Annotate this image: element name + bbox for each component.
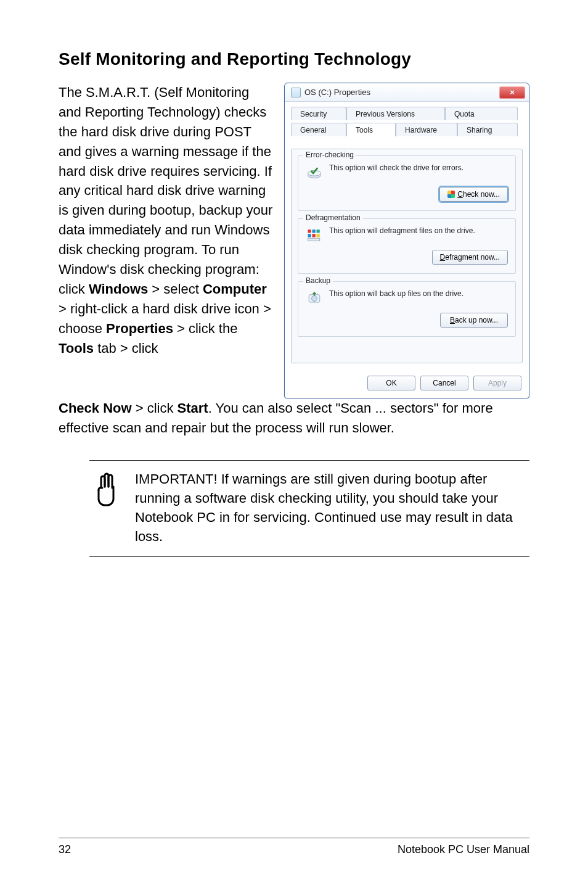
txt: > click xyxy=(132,400,178,416)
ok-button[interactable]: OK xyxy=(367,376,415,390)
check-disk-icon xyxy=(306,163,323,181)
btn-rest: efragment now... xyxy=(445,253,500,262)
body-paragraph: The S.M.A.R.T. (Self Monitoring and Repo… xyxy=(59,83,273,398)
svg-rect-7 xyxy=(317,234,320,237)
tab-hardware[interactable]: Hardware xyxy=(396,123,457,136)
cancel-button[interactable]: Cancel xyxy=(420,376,468,390)
body-intro: The S.M.A.R.T. (Self Monitoring and Repo… xyxy=(59,85,272,297)
section-heading: Self Monitoring and Reporting Technology xyxy=(59,49,529,69)
apply-button[interactable]: Apply xyxy=(473,376,521,390)
backup-icon xyxy=(306,289,323,307)
kw-checknow: Check Now xyxy=(59,400,132,416)
hand-icon xyxy=(89,469,121,547)
svg-rect-4 xyxy=(317,229,320,233)
btn-accel: B xyxy=(450,316,455,324)
shield-icon xyxy=(447,191,455,198)
tab-quota[interactable]: Quota xyxy=(445,107,518,120)
svg-rect-2 xyxy=(308,229,311,233)
close-icon: × xyxy=(510,88,515,97)
svg-rect-8 xyxy=(308,238,320,241)
btn-rest: ack up now... xyxy=(455,316,498,324)
defragment-now-button[interactable]: Defragment now... xyxy=(432,250,508,265)
svg-rect-3 xyxy=(312,229,316,233)
tab-sharing[interactable]: Sharing xyxy=(457,123,518,136)
svg-rect-5 xyxy=(308,234,311,237)
tab-security[interactable]: Security xyxy=(291,107,346,120)
tab-previous-versions[interactable]: Previous Versions xyxy=(346,107,445,120)
page-number: 32 xyxy=(59,843,71,856)
btn-accel: D xyxy=(440,253,446,262)
body-continuation: Check Now > click Start. You can also se… xyxy=(59,398,529,438)
legend-backup: Backup xyxy=(303,276,333,285)
svg-rect-6 xyxy=(312,234,316,237)
back-up-now-button[interactable]: Back up now... xyxy=(440,313,508,328)
legend-defragmentation: Defragmentation xyxy=(303,213,363,222)
os-properties-dialog: OS (C:) Properties × Security Previous V… xyxy=(284,83,529,398)
defrag-desc: This option will defragment files on the… xyxy=(329,226,475,235)
group-error-checking: Error-checking This option will check th… xyxy=(298,155,516,211)
dialog-title-text: OS (C:) Properties xyxy=(304,88,370,97)
tab-tools[interactable]: Tools xyxy=(346,123,396,136)
group-defragmentation: Defragmentation This option will xyxy=(298,218,516,274)
defrag-icon xyxy=(306,226,323,244)
kw-properties: Properties xyxy=(106,321,173,336)
txt: > click the xyxy=(173,321,238,336)
kw-windows: Windows xyxy=(89,281,148,297)
backup-desc: This option will back up files on the dr… xyxy=(329,289,463,298)
btn-rest: heck now... xyxy=(463,190,500,199)
kw-start: Start xyxy=(178,400,208,416)
callout-text: IMPORTANT! If warnings are still given d… xyxy=(135,469,529,547)
txt: > select xyxy=(148,281,203,297)
manual-title: Notebook PC User Manual xyxy=(398,843,529,856)
svg-point-10 xyxy=(312,296,317,302)
group-backup: Backup This option will back up files on… xyxy=(298,281,516,337)
error-checking-desc: This option will check the drive for err… xyxy=(329,163,463,172)
dialog-titlebar[interactable]: OS (C:) Properties × xyxy=(285,83,529,102)
tab-general[interactable]: General xyxy=(291,123,346,136)
btn-accel: C xyxy=(457,190,463,199)
drive-icon xyxy=(291,88,301,97)
check-now-button[interactable]: Check now... xyxy=(439,187,508,202)
page-footer: 32 Notebook PC User Manual xyxy=(59,838,529,856)
kw-tools: Tools xyxy=(59,340,94,356)
legend-error-checking: Error-checking xyxy=(303,151,356,159)
important-callout: IMPORTANT! If warnings are still given d… xyxy=(89,460,529,557)
close-button[interactable]: × xyxy=(499,86,525,99)
txt: tab > click xyxy=(94,340,158,356)
kw-computer: Computer xyxy=(203,281,267,297)
